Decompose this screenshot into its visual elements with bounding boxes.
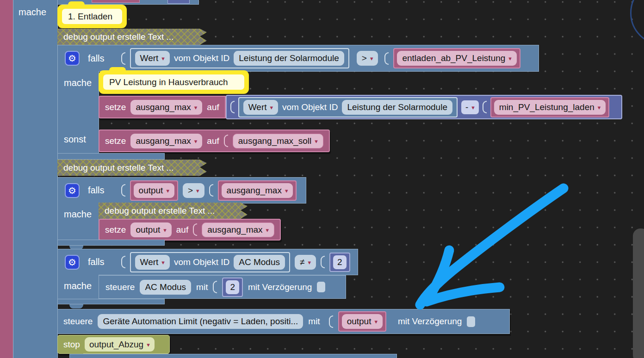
gear-icon[interactable] (65, 183, 80, 198)
variable-block[interactable]: output (130, 180, 178, 201)
object-id-field[interactable]: Leistung der Solarmodule (342, 100, 452, 115)
delay-label: mit Verzögerung (398, 316, 462, 327)
number-block[interactable]: 2 (329, 253, 350, 272)
if1-set-row: setze ausgang_max auf Wert vom Objekt ID… (99, 95, 622, 119)
debug-block-collapsed-1[interactable]: debug output erstelle Text ... (57, 29, 207, 45)
of-object-label: vom Objekt ID (282, 102, 338, 112)
control-label: steuere (105, 282, 135, 292)
timeout-variable-dropdown[interactable]: output_Abzug (85, 337, 155, 352)
math-operation-block[interactable]: Wert vom Objekt ID Leistung der Solarmod… (226, 95, 622, 119)
value-type-dropdown[interactable]: Wert (243, 100, 278, 115)
object-id-field[interactable]: AC Modus (234, 255, 285, 270)
delay-label: mit Verzögerung (248, 282, 312, 292)
control-block-limit[interactable]: steuere Geräte Automation Limit (negativ… (57, 309, 510, 334)
socket-connector (209, 184, 213, 197)
number-block[interactable]: 2 (222, 278, 243, 297)
object-id-field[interactable]: Geräte Automation Limit (negativ = Laden… (98, 314, 303, 329)
dropdown-arrow-icon (143, 339, 150, 350)
socket-connector (224, 135, 228, 147)
to-label: auf (207, 102, 219, 112)
control-block-acmodus[interactable]: steuere AC Modus mit 2 mit Verzögerung (99, 275, 346, 299)
dropdown-arrow-icon (468, 102, 475, 112)
variable-dropdown[interactable]: ausgang_max (222, 183, 293, 198)
socket-connector (213, 281, 217, 293)
variable-dropdown[interactable]: output (342, 314, 383, 329)
stop-label: stop (63, 339, 80, 350)
dropdown-arrow-icon (282, 185, 288, 196)
socket-connector (121, 52, 125, 65)
dropdown-arrow-icon (367, 53, 373, 63)
operator-dropdown[interactable]: ≠ (295, 255, 316, 270)
if1-header[interactable]: falls Wert vom Objekt ID Leistung der So… (57, 45, 539, 72)
variable-block[interactable]: output (338, 311, 386, 332)
dropdown-arrow-icon (267, 102, 273, 112)
dropdown-arrow-icon (304, 257, 311, 267)
delay-checkbox[interactable] (317, 282, 325, 292)
get-value-block[interactable]: Wert vom Objekt ID Leistung der Solarmod… (238, 97, 458, 117)
operator-dropdown[interactable]: > (357, 51, 378, 66)
blockly-workspace[interactable]: mache 1. Entladen debug output erstelle … (0, 0, 644, 358)
dropdown-arrow-icon (263, 225, 269, 235)
cropped-purple-block-top (167, 0, 190, 4)
value-type-dropdown[interactable]: Wert (135, 255, 170, 270)
variable-dropdown[interactable]: entladen_ab_PV_Leistung (397, 51, 516, 66)
outer-do-column (13, 0, 58, 358)
dropdown-arrow-icon (158, 53, 165, 63)
get-value-block[interactable]: Wert vom Objekt ID AC Modus (130, 252, 290, 272)
set-label: setze (105, 136, 126, 146)
variable-dropdown[interactable]: ausgang_max (130, 100, 202, 115)
variable-block[interactable]: ausgang_max (218, 180, 297, 201)
if2-label: falls (88, 185, 105, 196)
number-field[interactable]: 2 (226, 280, 239, 294)
if2-bottom (57, 240, 165, 246)
stop-block[interactable]: stop output_Abzug (57, 335, 170, 354)
socket-connector (121, 256, 125, 268)
to-label: auf (207, 136, 219, 146)
variable-dropdown[interactable]: output (134, 183, 174, 198)
math-operator-dropdown[interactable]: - (461, 100, 479, 114)
comment-block-pv[interactable]: PV Leistung in Hausverbrauch (99, 70, 249, 94)
variable-block[interactable]: entladen_ab_PV_Leistung (393, 48, 520, 68)
if3-bottom (57, 299, 165, 304)
variable-dropdown[interactable]: min_PV_Leistung_laden (494, 100, 606, 115)
if2-header[interactable]: falls output > ausgang_max (57, 177, 306, 204)
with-label: mit (308, 316, 320, 327)
variable-value-block[interactable]: ausgang_max (202, 222, 274, 237)
if1-else-label: sonst (64, 134, 86, 145)
control-label: steuere (63, 316, 93, 327)
object-id-field[interactable]: AC Modus (140, 280, 191, 295)
of-object-label: vom Objekt ID (174, 53, 229, 63)
debug-block-collapsed-2[interactable]: debug output erstelle Text ... (57, 160, 207, 176)
cropped-block-bottom (69, 354, 397, 358)
if3-header[interactable]: falls Wert vom Objekt ID AC Modus ≠ 2 (57, 249, 358, 275)
debug-block-collapsed-3[interactable]: debug output erstelle Text ... (99, 203, 248, 219)
gear-icon[interactable] (65, 51, 80, 66)
set-variable-block[interactable]: setze output auf ausgang_max (99, 219, 281, 241)
set-label: setze (105, 102, 126, 112)
socket-connector (483, 101, 487, 113)
delay-checkbox[interactable] (467, 316, 475, 327)
vertical-scrollbar[interactable] (633, 228, 644, 358)
outer-do-label: mache (19, 7, 46, 18)
dropdown-arrow-icon (193, 185, 199, 196)
with-label: mit (196, 282, 208, 292)
variable-block[interactable]: min_PV_Leistung_laden (490, 97, 610, 117)
comment-block-entladen[interactable]: 1. Entladen (57, 5, 127, 28)
of-object-label: vom Objekt ID (174, 257, 229, 267)
variable-dropdown[interactable]: output (130, 222, 171, 237)
dropdown-arrow-icon (371, 316, 378, 327)
dropdown-arrow-icon (160, 225, 167, 235)
dropdown-arrow-icon (163, 185, 169, 196)
variable-value-block[interactable]: ausgang_max_soll (233, 134, 323, 148)
comment-text: PV Leistung in Hausverbrauch (103, 74, 244, 90)
object-id-field[interactable]: Leistung der Solarmodule (234, 51, 344, 66)
next-connector-bump (69, 304, 83, 309)
variable-dropdown[interactable]: ausgang_max (130, 134, 202, 148)
set-variable-block[interactable]: setze ausgang_max auf (99, 96, 226, 118)
get-value-block[interactable]: Wert vom Objekt ID Leistung der Solarmod… (130, 48, 349, 68)
value-type-dropdown[interactable]: Wert (135, 51, 170, 66)
number-field[interactable]: 2 (333, 255, 347, 269)
set-variable-block-else[interactable]: setze ausgang_max auf ausgang_max_soll (99, 130, 330, 152)
gear-icon[interactable] (65, 255, 80, 270)
operator-dropdown[interactable]: > (183, 183, 204, 198)
